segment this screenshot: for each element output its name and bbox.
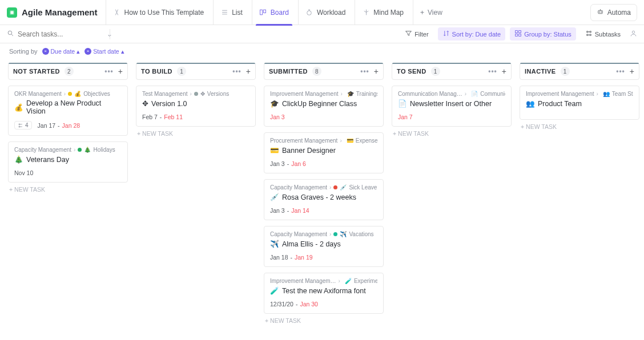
mindmap-icon xyxy=(362,9,370,17)
card-title: 💳Banner Designer xyxy=(270,146,377,155)
start-date: Nov 10 xyxy=(14,169,33,176)
sort-chip-start-date[interactable]: × Start date ▴ xyxy=(84,48,124,55)
task-card[interactable]: Improvement Management›👥Team Status👥Prod… xyxy=(520,86,639,120)
column-count: 1 xyxy=(177,67,186,76)
add-task-button[interactable]: + xyxy=(118,67,123,76)
svg-point-13 xyxy=(632,31,634,33)
filter-button[interactable]: Filter xyxy=(400,27,433,41)
search-icon xyxy=(7,30,14,39)
column-menu-button[interactable]: ••• xyxy=(488,67,497,75)
column-header[interactable]: TO SEND1•••+ xyxy=(392,63,512,80)
board-area: NOT STARTED2•••+OKR Management›💰Objectiv… xyxy=(0,55,644,335)
card-dates: Jan 18 - Jan 19 xyxy=(270,254,377,261)
card-title-text: ClickUp Beginner Class xyxy=(282,100,357,108)
sort-button[interactable]: Sort by: Due date xyxy=(438,27,506,41)
group-button[interactable]: Group by: Status xyxy=(510,27,576,41)
svg-rect-3 xyxy=(264,10,266,13)
column-menu-button[interactable]: ••• xyxy=(360,67,369,75)
board-column: SUBMITTED8•••+Improvement Management›🎓Tr… xyxy=(264,63,384,327)
svg-rect-11 xyxy=(516,34,518,37)
breadcrumb-parent: Improvement Management xyxy=(270,91,339,97)
tab-workload[interactable]: Workload xyxy=(298,0,352,25)
sort-indicator-row: Sorting by × Due date ▴ × Start date ▴ xyxy=(0,43,644,55)
chevron-right-icon: › xyxy=(597,91,598,97)
task-card[interactable]: Improvement Managem…›🧪Experime…🧪Test the… xyxy=(264,273,384,314)
card-emoji: ✈️ xyxy=(270,240,279,248)
new-task-button[interactable]: + NEW TASK xyxy=(264,314,384,327)
card-dates: Jan 3 - Jan 14 xyxy=(270,207,377,214)
task-card[interactable]: Capacity Management›✈️Vacations✈️Alma El… xyxy=(264,226,384,267)
column-header[interactable]: TO BUILD1•••+ xyxy=(136,63,256,80)
column-header[interactable]: NOT STARTED2•••+ xyxy=(8,63,128,80)
remove-sort-icon[interactable]: × xyxy=(84,48,91,55)
sort-label: Sort by: Due date xyxy=(452,31,501,38)
add-view-button[interactable]: + View xyxy=(413,0,449,25)
card-title-text: Alma Ellis - 2 days xyxy=(282,240,341,248)
svg-point-8 xyxy=(8,31,12,35)
task-card[interactable]: OKR Management›💰Objectives💰Develop a New… xyxy=(8,86,128,136)
card-title-text: Banner Designer xyxy=(282,147,336,155)
column-count: 2 xyxy=(65,67,74,76)
due-date: Jan 30 xyxy=(300,301,318,307)
arrow-up-icon: ▴ xyxy=(121,48,124,55)
breadcrumb-leaf: Experime… xyxy=(354,278,377,284)
column-menu-button[interactable]: ••• xyxy=(616,67,625,75)
new-task-button[interactable]: + NEW TASK xyxy=(520,120,639,133)
column-title: TO SEND xyxy=(397,68,426,75)
card-title: 🧪Test the new Axiforma font xyxy=(270,286,377,295)
search-input[interactable] xyxy=(18,30,103,38)
column-menu-button[interactable]: ••• xyxy=(232,67,242,75)
board-column: NOT STARTED2•••+OKR Management›💰Objectiv… xyxy=(8,63,128,196)
column-menu-button[interactable]: ••• xyxy=(104,67,114,75)
add-task-button[interactable]: + xyxy=(502,67,506,76)
filter-label: Filter xyxy=(414,31,428,38)
tab-how-to-use[interactable]: How to Use This Template xyxy=(106,0,211,25)
due-date: Feb 11 xyxy=(164,114,183,120)
chevron-right-icon: › xyxy=(340,137,341,144)
column-header[interactable]: SUBMITTED8•••+ xyxy=(264,63,384,80)
tab-list[interactable]: List xyxy=(213,0,249,25)
new-task-button[interactable]: + NEW TASK xyxy=(136,127,256,140)
remove-sort-icon[interactable]: × xyxy=(42,48,49,55)
date-separator: - xyxy=(291,254,293,261)
task-card[interactable]: Capacity Management›🎄Holidays🎄Veterans D… xyxy=(8,141,128,183)
card-breadcrumb: Procurement Management›💳Expenses xyxy=(270,137,377,144)
breadcrumb-leaf: Expenses xyxy=(356,137,377,144)
breadcrumb-parent: OKR Management xyxy=(14,91,62,97)
automations-button[interactable]: Automa xyxy=(590,4,637,21)
new-task-button[interactable]: + NEW TASK xyxy=(392,127,512,140)
card-title: 🎓ClickUp Beginner Class xyxy=(270,99,377,108)
chevron-right-icon: › xyxy=(465,91,466,97)
card-emoji: 🎄 xyxy=(14,155,23,164)
person-icon[interactable] xyxy=(630,30,637,39)
card-title: 📄Newsletter Insert or Other xyxy=(398,99,505,108)
search-field[interactable]: ⌄ xyxy=(7,30,104,39)
column-title: NOT STARTED xyxy=(13,68,60,75)
add-task-button[interactable]: + xyxy=(630,67,634,76)
svg-rect-2 xyxy=(260,10,263,15)
chevron-right-icon: › xyxy=(339,278,340,284)
card-dates: Jan 3 - Jan 6 xyxy=(270,160,377,167)
tab-label: Board xyxy=(271,9,289,17)
tab-label: How to Use This Template xyxy=(124,9,204,17)
task-card[interactable]: Communication Manag…›📄Communica…📄Newslet… xyxy=(392,86,512,127)
task-card[interactable]: Procurement Management›💳Expenses💳Banner … xyxy=(264,132,384,173)
breadcrumb-emoji: 📄 xyxy=(471,91,478,97)
add-task-button[interactable]: + xyxy=(246,67,251,76)
add-task-button[interactable]: + xyxy=(374,67,379,76)
card-title: 💰Develop a New Product Vision xyxy=(14,99,122,115)
board-column: TO SEND1•••+Communication Manag…›📄Commun… xyxy=(392,63,512,140)
card-breadcrumb: Improvement Management›🎓Trainings xyxy=(270,91,377,97)
sort-chip-due-date[interactable]: × Due date ▴ xyxy=(42,48,80,55)
new-task-button[interactable]: + NEW TASK xyxy=(8,183,128,196)
tab-mindmap[interactable]: Mind Map xyxy=(355,0,410,25)
svg-rect-10 xyxy=(519,31,521,33)
task-card[interactable]: Capacity Management›💉Sick Leave💉Rosa Gra… xyxy=(264,179,384,220)
task-card[interactable]: Test Management›✥Versions✥Version 1.0Feb… xyxy=(136,86,256,127)
task-card[interactable]: Improvement Management›🎓Trainings🎓ClickU… xyxy=(264,86,384,127)
app-title: Agile Management xyxy=(7,7,98,18)
column-header[interactable]: INACTIVE1•••+ xyxy=(520,63,639,80)
tab-board[interactable]: Board xyxy=(252,0,296,25)
subtasks-button[interactable]: Subtasks xyxy=(581,27,625,41)
status-dot xyxy=(333,185,337,189)
